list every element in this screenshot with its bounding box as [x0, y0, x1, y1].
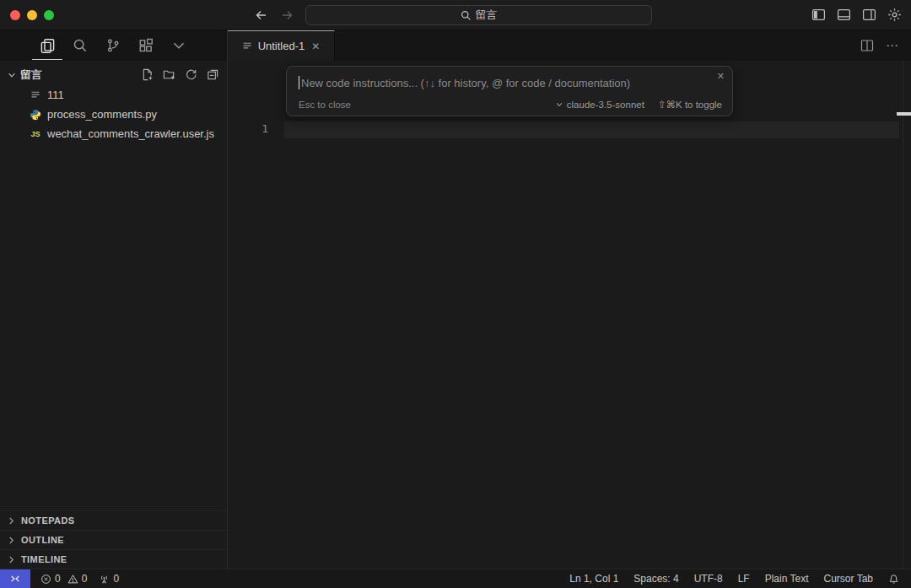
collapse-all-icon — [207, 68, 219, 81]
toggle-secondary-sidebar-button[interactable] — [860, 7, 877, 24]
activity-bar — [0, 30, 228, 61]
section-outline[interactable]: OUTLINE — [0, 530, 227, 549]
forward-button[interactable] — [278, 7, 295, 24]
error-icon — [40, 574, 51, 585]
section-timeline[interactable]: TIMELINE — [0, 549, 227, 569]
settings-button[interactable] — [886, 7, 903, 24]
section-label: OUTLINE — [21, 535, 64, 545]
new-folder-icon — [163, 68, 175, 81]
collapse-folders-button[interactable] — [206, 67, 220, 82]
ai-prompt-widget: ✕ New code instructions... (↑↓ for histo… — [286, 66, 733, 116]
warning-count: 0 — [82, 573, 88, 585]
encoding-button[interactable]: UTF-8 — [689, 573, 728, 585]
toggle-primary-sidebar-button[interactable] — [810, 7, 827, 24]
gear-icon — [887, 8, 902, 22]
extensions-view-button[interactable] — [136, 34, 156, 57]
new-file-button[interactable] — [140, 67, 154, 82]
language-mode-button[interactable]: Plain Text — [760, 573, 814, 585]
close-prompt-icon[interactable]: ✕ — [717, 71, 725, 82]
explorer-root-row[interactable]: 留言 — [0, 64, 227, 85]
file-row-111[interactable]: 111 — [0, 85, 227, 105]
file-row-process-comments[interactable]: process_comments.py — [0, 105, 227, 124]
current-line-highlight — [284, 121, 899, 138]
ports-count: 0 — [113, 573, 119, 585]
layout-panel-icon — [837, 8, 851, 22]
remote-indicator-button[interactable] — [0, 569, 30, 588]
explorer-empty-space — [0, 143, 227, 510]
overview-ruler-cursor-marker — [897, 112, 911, 116]
notifications-button[interactable] — [883, 574, 904, 585]
source-control-icon — [105, 38, 121, 53]
cursor-tab-button[interactable]: Cursor Tab — [819, 573, 878, 585]
close-window-button[interactable] — [10, 10, 20, 20]
model-name: claude-3.5-sonnet — [567, 100, 644, 110]
problems-button[interactable]: 0 0 — [35, 573, 92, 585]
section-notepads[interactable]: NOTEPADS — [0, 510, 227, 530]
more-actions-button[interactable]: ⋯ — [886, 38, 899, 53]
cursor-position-button[interactable]: Ln 1, Col 1 — [564, 573, 623, 585]
search-view-button[interactable] — [70, 34, 90, 57]
titlebar: 留言 — [0, 0, 911, 30]
tab-label: Untitled-1 — [258, 40, 305, 52]
window-controls — [0, 10, 76, 20]
python-icon — [29, 108, 42, 121]
chevron-right-icon — [7, 555, 16, 564]
tab-bar: Untitled-1 ✕ ⋯ — [228, 30, 911, 61]
close-tab-icon[interactable]: ✕ — [311, 40, 320, 52]
back-button[interactable] — [253, 7, 270, 24]
new-folder-button[interactable] — [162, 67, 176, 82]
text-caret — [299, 76, 299, 89]
text-file-icon — [29, 89, 42, 102]
split-editor-button[interactable] — [860, 39, 874, 52]
search-icon — [73, 38, 88, 53]
new-file-icon — [141, 68, 154, 81]
esc-hint: Esc to close — [299, 100, 351, 110]
status-bar: 0 0 0 Ln 1, Col 1 Spaces: 4 UTF-8 LF Pla… — [0, 569, 911, 588]
radio-tower-icon — [99, 574, 110, 585]
file-row-wechat-crawler[interactable]: JS wechat_comments_crawler.user.js — [0, 124, 227, 143]
minimize-window-button[interactable] — [27, 10, 37, 20]
workspace-folder-name: 留言 — [20, 67, 42, 83]
refresh-icon — [185, 68, 197, 81]
chevron-down-icon — [7, 70, 17, 80]
file-name: process_comments.py — [47, 108, 157, 121]
overview-ruler — [903, 61, 903, 569]
bell-icon — [888, 574, 899, 585]
section-label: NOTEPADS — [21, 515, 75, 526]
more-views-button[interactable] — [169, 34, 189, 57]
search-icon — [461, 10, 472, 21]
error-count: 0 — [55, 573, 61, 585]
chevron-right-icon — [7, 536, 16, 545]
extensions-icon — [138, 38, 154, 53]
javascript-icon: JS — [29, 127, 42, 141]
file-name: 111 — [47, 89, 64, 101]
warning-icon — [67, 574, 78, 585]
search-query-text: 留言 — [476, 8, 498, 23]
chevron-down-icon — [555, 100, 563, 109]
indentation-button[interactable]: Spaces: 4 — [628, 573, 683, 585]
arrow-left-icon — [255, 8, 268, 22]
command-center-search[interactable]: 留言 — [305, 5, 652, 25]
arrow-right-icon — [280, 8, 294, 22]
tab-untitled-1[interactable]: Untitled-1 ✕ — [228, 30, 335, 61]
line-number: 1 — [251, 122, 268, 135]
explorer-sidebar: 留言 111 — [0, 61, 228, 569]
chevron-down-icon — [171, 38, 186, 53]
editor-area[interactable]: 1 ✕ New code instructions... (↑↓ for his… — [228, 61, 911, 569]
source-control-view-button[interactable] — [103, 34, 123, 57]
refresh-explorer-button[interactable] — [184, 67, 198, 82]
text-file-icon — [242, 40, 253, 51]
model-selector[interactable]: claude-3.5-sonnet — [555, 100, 644, 110]
toggle-panel-button[interactable] — [835, 7, 852, 24]
split-editor-icon — [860, 39, 874, 52]
eol-button[interactable]: LF — [733, 573, 755, 585]
layout-sidebar-right-icon — [862, 8, 876, 22]
chevron-right-icon — [7, 516, 16, 526]
ports-button[interactable]: 0 — [94, 573, 124, 585]
remote-icon — [9, 573, 21, 585]
explorer-view-button[interactable] — [37, 34, 57, 57]
section-label: TIMELINE — [21, 554, 67, 564]
prompt-input[interactable]: New code instructions... (↑↓ for history… — [299, 74, 722, 91]
toggle-shortcut-hint: ⇧⌘K to toggle — [658, 99, 722, 111]
zoom-window-button[interactable] — [44, 10, 54, 20]
